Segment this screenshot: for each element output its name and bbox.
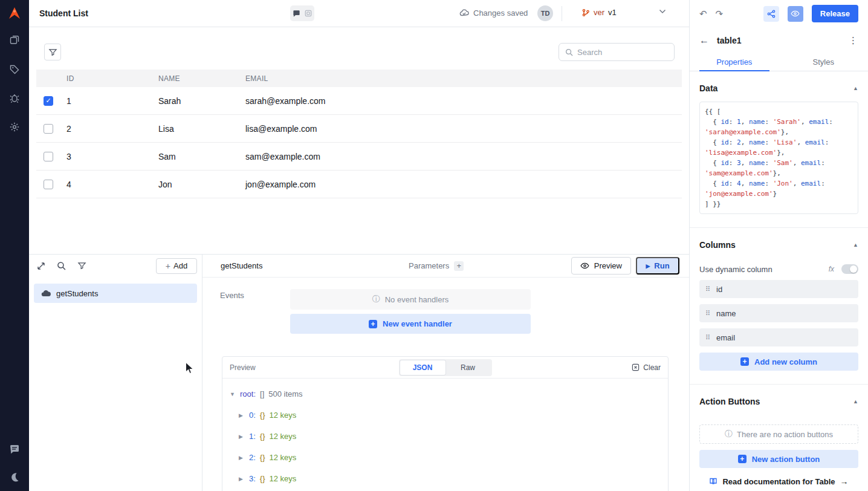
add-query-label: Add <box>173 261 187 270</box>
plus-icon: + <box>740 357 749 366</box>
share-button[interactable] <box>763 6 779 22</box>
json-tree-node[interactable]: ▶ 3: {} 12 keys <box>230 468 661 489</box>
read-documentation-link[interactable]: Read documentation for Table → <box>699 476 858 486</box>
play-icon: ▶ <box>646 263 650 269</box>
table-row[interactable]: ✓ 2 Lisa lisa@example.com <box>36 115 682 143</box>
table-row[interactable]: ✓ 1 Sarah sarah@example.com <box>36 87 682 115</box>
version-selector[interactable]: ver v1 <box>581 8 617 17</box>
settings-icon[interactable] <box>9 122 20 132</box>
row-checkbox[interactable]: ✓ <box>44 180 53 189</box>
chevron-down-icon[interactable] <box>659 9 666 14</box>
query-list-item[interactable]: getStudents <box>34 284 197 303</box>
datasources-icon[interactable] <box>9 63 20 74</box>
table-row[interactable]: ✓ 4 Jon jon@example.com <box>36 171 682 198</box>
help-chat-icon[interactable] <box>9 444 20 455</box>
response-preview-box: Preview JSON Raw Clear <box>222 356 669 491</box>
add-query-button[interactable]: + Add <box>156 258 197 274</box>
json-tree-node[interactable]: ▶ 1: {} 12 keys <box>230 426 661 447</box>
widget-name[interactable]: table1 <box>717 36 741 45</box>
js-toggle-icon[interactable]: fx <box>829 265 834 273</box>
deploy-preview-button[interactable] <box>788 6 803 22</box>
plus-icon: + <box>738 455 747 463</box>
drag-handle-icon[interactable]: ⠿ <box>705 334 710 342</box>
table-row[interactable]: ✓ 3 Sam sam@example.com <box>36 143 682 171</box>
theme-moon-icon[interactable] <box>9 472 20 483</box>
tree-open-icon[interactable]: ▼ <box>230 391 236 397</box>
columns-section-header[interactable]: Columns ▲ <box>699 240 858 250</box>
tree-node-braces: {} <box>260 474 265 483</box>
cell-email: sarah@example.com <box>245 96 682 106</box>
clear-button[interactable]: Clear <box>632 363 661 372</box>
debug-icon[interactable] <box>9 93 20 103</box>
eye-icon <box>580 262 589 269</box>
add-parameter-button[interactable]: + <box>454 261 464 271</box>
search-icon[interactable] <box>57 261 66 271</box>
tree-closed-icon[interactable]: ▶ <box>239 455 245 461</box>
version-label: ver <box>594 8 604 17</box>
add-new-column-button[interactable]: + Add new column <box>699 353 858 371</box>
row-checkbox[interactable]: ✓ <box>44 124 53 134</box>
clear-label: Clear <box>643 363 661 372</box>
edit-mode-icon[interactable] <box>305 10 312 17</box>
docs-book-icon <box>709 477 717 486</box>
dynamic-column-toggle[interactable] <box>841 264 858 274</box>
json-tree-node[interactable]: ▶ 0: {} 12 keys <box>230 405 661 426</box>
table-search-box[interactable] <box>559 43 675 61</box>
pane-top-bar: ↶ ↷ Release <box>690 0 868 27</box>
drag-handle-icon[interactable]: ⠿ <box>705 310 710 317</box>
tab-styles[interactable]: Styles <box>779 53 868 71</box>
preview-button[interactable]: Preview <box>571 257 631 275</box>
column-header-id[interactable]: ID <box>66 74 158 83</box>
section-divider <box>690 227 868 228</box>
search-input[interactable] <box>577 48 662 57</box>
tab-properties[interactable]: Properties <box>690 53 779 71</box>
collapse-icon[interactable]: ▲ <box>853 242 858 248</box>
app-title: Student List <box>39 8 88 18</box>
filter-icon[interactable] <box>77 261 87 271</box>
tree-closed-icon[interactable]: ▶ <box>239 476 245 482</box>
undo-icon[interactable]: ↶ <box>699 8 707 19</box>
user-avatar[interactable]: TD <box>537 5 553 21</box>
cell-email: sam@example.com <box>245 152 682 161</box>
tree-closed-icon[interactable]: ▶ <box>239 412 245 418</box>
column-header-name[interactable]: NAME <box>158 74 245 83</box>
query-title: getStudents <box>221 261 262 270</box>
row-checkbox[interactable]: ✓ <box>44 96 53 106</box>
collapse-icon[interactable]: ▲ <box>853 398 858 405</box>
pages-icon[interactable] <box>9 34 20 45</box>
json-tree-node[interactable]: ▶ 2: {} 12 keys <box>230 447 661 468</box>
drag-handle-icon[interactable]: ⠿ <box>705 285 710 293</box>
run-button[interactable]: ▶ Run <box>636 257 679 275</box>
collapse-icon[interactable]: ▲ <box>853 85 858 91</box>
new-event-handler-button[interactable]: + New event handler <box>290 314 531 334</box>
more-options-icon[interactable]: ⋮ <box>849 35 858 46</box>
toggle-knob <box>850 265 857 273</box>
table-filter-button[interactable] <box>44 44 61 60</box>
tree-root-count: 500 items <box>268 389 302 398</box>
cloud-query-icon <box>41 290 51 297</box>
preview-button-label: Preview <box>594 261 622 270</box>
canvas-mode-toggle[interactable] <box>290 5 314 21</box>
release-button[interactable]: Release <box>812 5 858 22</box>
back-icon[interactable]: ← <box>699 35 709 46</box>
appsmith-logo-icon[interactable] <box>7 5 22 21</box>
new-action-button[interactable]: + New action button <box>699 450 858 468</box>
table-data-code-editor[interactable]: {{ [ { id: 1, name: 'Sarah', email:'sara… <box>699 102 858 214</box>
column-item[interactable]: ⠿ email <box>699 328 858 346</box>
column-header-email[interactable]: EMAIL <box>245 74 682 83</box>
actions-section-header[interactable]: Action Buttons ▲ <box>699 397 858 406</box>
tree-closed-icon[interactable]: ▶ <box>239 434 245 440</box>
swap-icon[interactable] <box>36 261 46 271</box>
property-pane: ↶ ↷ Release ← table1 ⋮ Properties Styles… <box>689 0 868 491</box>
column-item[interactable]: ⠿ id <box>699 280 858 298</box>
json-tree: ▼ root: [] 500 items ▶ 0: {} <box>222 379 668 489</box>
tab-raw[interactable]: Raw <box>445 360 491 375</box>
column-item[interactable]: ⠿ name <box>699 304 858 322</box>
tab-json[interactable]: JSON <box>400 360 445 375</box>
tree-node-key: 2: <box>249 453 256 462</box>
json-tree-root[interactable]: ▼ root: [] 500 items <box>230 383 661 405</box>
row-checkbox[interactable]: ✓ <box>44 152 53 161</box>
redo-icon[interactable]: ↷ <box>716 8 724 19</box>
comment-mode-icon[interactable] <box>293 10 300 18</box>
data-section-header[interactable]: Data ▲ <box>699 83 858 93</box>
